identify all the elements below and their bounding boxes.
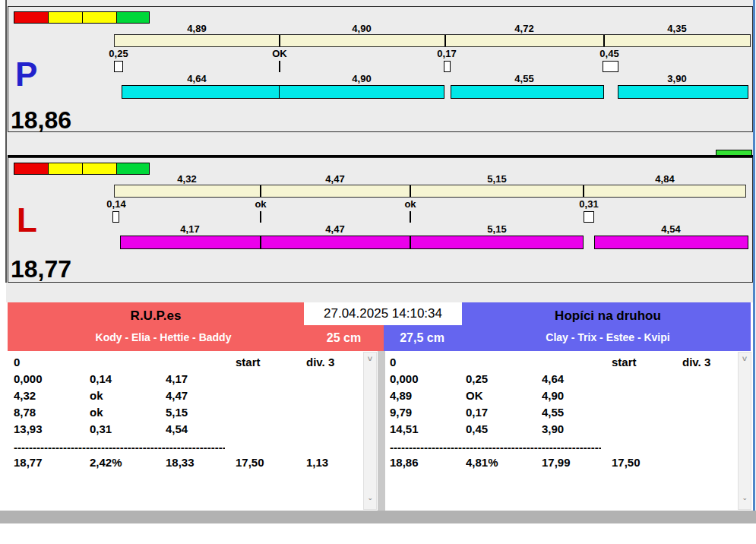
status-cell-yellow — [48, 11, 83, 24]
table-row: 0startdiv. 3 — [390, 356, 724, 371]
gauge-divider — [444, 35, 446, 46]
p-lane-total: 18,86 — [11, 108, 71, 132]
table-row: 0startdiv. 3 — [14, 356, 348, 371]
window-bottom-strip — [0, 511, 756, 523]
status-cell-red — [14, 11, 49, 24]
table-row: 4,89OK4,90 — [390, 389, 724, 404]
status-cell-yellow — [48, 163, 83, 175]
l-gap-label: ok — [215, 198, 306, 210]
p-lower-split: 4,90 — [316, 73, 407, 84]
p-upper-split: 4,35 — [631, 23, 723, 34]
p-ok-tick — [279, 61, 280, 72]
p-run-bar — [451, 85, 604, 99]
p-gap-label: 0,25 — [73, 48, 164, 59]
p-upper-split: 4,72 — [479, 23, 570, 34]
table-row: 0,0000,144,17 — [14, 372, 348, 387]
scroll-up-icon[interactable]: ˅ — [364, 354, 376, 365]
l-upper-split: 4,84 — [619, 173, 710, 185]
gauge-divider — [260, 185, 261, 197]
gauge-divider — [410, 185, 411, 197]
p-gap-marker — [444, 61, 451, 72]
p-upper-split: 4,89 — [151, 23, 242, 34]
l-run-bar — [120, 236, 261, 249]
p-gap-label: 0,45 — [564, 48, 655, 59]
p-upper-split: 4,90 — [316, 23, 407, 34]
table-gap — [378, 351, 385, 511]
table-separator: ----------------------------------------… — [14, 441, 225, 453]
p-gap-marker — [603, 61, 618, 72]
l-lane-total: 18,77 — [11, 257, 71, 281]
p-run-bar — [122, 85, 280, 99]
right-team-jump-height: 27,5 cm — [386, 331, 458, 345]
window-right-edge — [753, 0, 755, 523]
scroll-down-icon[interactable]: ˇ — [739, 497, 751, 508]
table-separator: ----------------------------------------… — [390, 441, 601, 453]
left-table-scrollbar[interactable]: ˅ ˇ — [363, 352, 377, 510]
l-lane-letter: L — [17, 204, 37, 237]
l-gap-label: ok — [365, 198, 456, 210]
p-lower-split: 4,55 — [479, 73, 570, 84]
status-cell-red — [14, 163, 49, 175]
l-gap-label: 0,31 — [543, 198, 634, 210]
p-run-bar — [279, 85, 444, 99]
scroll-up-icon[interactable]: ˅ — [739, 354, 751, 365]
table-row: 0,0000,254,64 — [390, 372, 724, 387]
status-cell-yellow — [82, 163, 117, 175]
table-row: 4,32ok4,47 — [14, 389, 348, 404]
gauge-divider — [603, 35, 605, 46]
table-row: 13,930,314,54 — [14, 422, 348, 438]
right-team-name: Hopíci na druhou — [471, 308, 745, 324]
l-upper-split: 4,32 — [141, 173, 232, 185]
gauge-divider — [279, 35, 280, 46]
table-row: 9,790,174,55 — [390, 406, 724, 421]
p-run-bar — [618, 85, 748, 99]
l-upper-split: 5,15 — [451, 173, 542, 185]
left-team-jump-height: 25 cm — [308, 331, 380, 345]
left-team-members: Kody - Elia - Hettie - Baddy — [27, 331, 300, 343]
l-run-bar — [410, 236, 584, 249]
table-total-row: 18,772,42%18,3317,501,13 — [14, 456, 348, 471]
p-gauge-bar — [114, 34, 751, 47]
right-team-members: Clay - Trix - Estee - Kvipi — [471, 331, 745, 343]
p-gap-label: 0,17 — [401, 48, 492, 59]
l-lower-split: 4,47 — [289, 223, 381, 235]
status-cell-green — [116, 11, 150, 24]
p-gap-label: OK — [234, 48, 325, 59]
l-gap-marker — [112, 211, 119, 223]
gauge-divider — [583, 185, 584, 197]
right-table-scrollbar[interactable]: ˅ ˇ — [738, 352, 751, 510]
table-row: 8,78ok5,15 — [14, 406, 348, 421]
table-total-row: 18,864,81%17,9917,50 — [390, 456, 724, 471]
p-lower-split: 4,64 — [151, 73, 242, 84]
l-gauge-bar — [114, 185, 746, 198]
l-lower-split: 5,15 — [451, 223, 542, 235]
l-gap-marker — [584, 211, 594, 223]
table-row: 14,510,453,90 — [390, 422, 724, 438]
l-upper-split: 4,47 — [289, 173, 381, 185]
l-run-bar — [594, 236, 748, 249]
p-gap-marker — [114, 61, 123, 72]
window-left-edge — [5, 0, 7, 283]
application-window: Rozbeh Cidla Kombi Graf Grafy Druzstva K… — [0, 0, 756, 544]
l-run-bar — [261, 236, 410, 249]
datetime-display: 27.04.2025 14:10:34 — [304, 302, 462, 325]
l-lower-split: 4,17 — [144, 223, 236, 235]
l-ok-tick — [410, 211, 411, 223]
scroll-down-icon[interactable]: ˇ — [364, 497, 376, 508]
p-lane-letter: P — [15, 58, 37, 91]
l-gap-label: 0,14 — [71, 198, 162, 210]
status-cell-yellow — [82, 11, 117, 24]
p-lower-split: 3,90 — [631, 73, 723, 84]
l-lower-split: 4,54 — [625, 223, 716, 235]
l-ok-tick — [260, 211, 261, 223]
left-team-name: R.U.P.es — [23, 308, 289, 324]
